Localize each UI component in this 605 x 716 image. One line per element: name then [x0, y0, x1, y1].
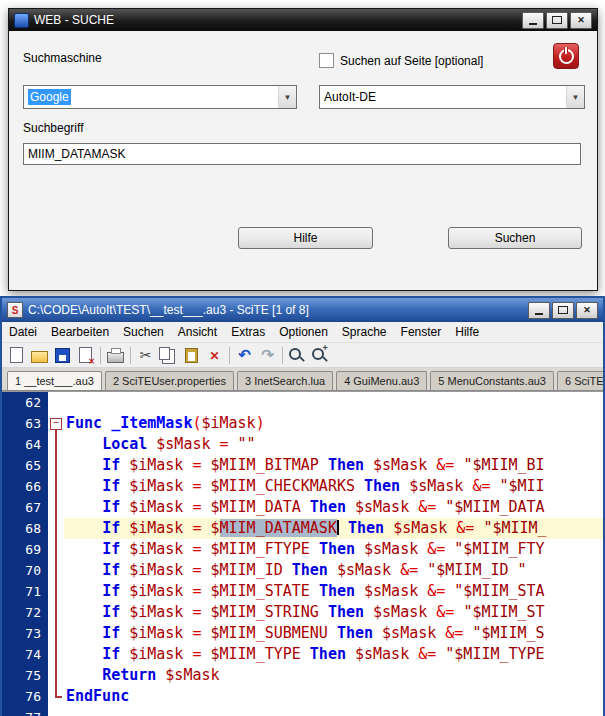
scite-window: S C:\CODE\AutoIt\TEST\__test___.au3 - Sc…	[0, 296, 605, 716]
code-text: If $iMask = $MIIM_SUBMENU Then $sMask &=…	[64, 623, 603, 644]
tab-4[interactable]: 4 GuiMenu.au3	[336, 371, 427, 390]
code-line-71[interactable]: 71 If $iMask = $MIIM_STATE Then $sMask &…	[2, 581, 603, 602]
toolbar-print-button[interactable]	[104, 344, 127, 366]
code-line-69[interactable]: 69 If $iMask = $MIIM_FTYPE Then $sMask &…	[2, 539, 603, 560]
menu-ansicht[interactable]: Ansicht	[171, 323, 224, 341]
fold-collapse-icon[interactable]: −	[50, 418, 62, 430]
menu-sprache[interactable]: Sprache	[335, 323, 394, 341]
tab-5[interactable]: 5 MenuConstants.au3	[430, 371, 554, 390]
dialog-titlebar[interactable]: WEB - SUCHE	[9, 9, 597, 31]
tab-3[interactable]: 3 InetSearch.lua	[237, 371, 333, 390]
code-line-67[interactable]: 67 If $iMask = $MIIM_DATA Then $sMask &=…	[2, 497, 603, 518]
checkbox[interactable]	[319, 53, 334, 68]
exit-button[interactable]	[553, 43, 579, 69]
editor[interactable]: 6263−Func _ItemMask($iMask)64 Local $sMa…	[2, 391, 603, 716]
delete-icon	[209, 346, 219, 364]
fold-margin	[48, 434, 64, 455]
code-line-65[interactable]: 65 If $iMask = $MIIM_BITMAP Then $sMask …	[2, 455, 603, 476]
scite-title: C:\CODE\AutoIt\TEST\__test___.au3 - SciT…	[28, 303, 309, 317]
line-number: 66	[2, 476, 48, 497]
code-line-70[interactable]: 70 If $iMask = $MIIM_ID Then $sMask &= "…	[2, 560, 603, 581]
site-combo[interactable]: AutoIt-DE ▼	[319, 85, 585, 109]
close-button[interactable]	[576, 302, 598, 319]
code-text	[64, 707, 603, 716]
close-button[interactable]	[570, 12, 592, 29]
line-number: 67	[2, 497, 48, 518]
toolbar-undo-button[interactable]	[233, 344, 256, 366]
menu-bearbeiten[interactable]: Bearbeiten	[44, 323, 116, 341]
fold-margin	[48, 497, 64, 518]
menu-fenster[interactable]: Fenster	[394, 323, 449, 341]
code-text: If $iMask = $MIIM_ID Then $sMask &= "$MI…	[64, 560, 603, 581]
code-line-76[interactable]: 76EndFunc	[2, 686, 603, 707]
code-text: If $iMask = $MIIM_STATE Then $sMask &= "…	[64, 581, 603, 602]
fold-margin	[48, 686, 64, 707]
menu-suchen[interactable]: Suchen	[116, 323, 171, 341]
toolbar-delete-button[interactable]	[203, 344, 226, 366]
checkbox-label: Suchen auf Seite [optional]	[340, 54, 483, 68]
code-text: If $iMask = $MIIM_DATA Then $sMask &= "$…	[64, 497, 603, 518]
code-line-74[interactable]: 74 If $iMask = $MIIM_TYPE Then $sMask &=…	[2, 644, 603, 665]
tab-2[interactable]: 2 SciTEUser.properties	[105, 371, 234, 390]
fold-toggle-icon[interactable]: −	[48, 413, 64, 434]
code-text: If $iMask = $MIIM_CHECKMARKS Then $sMask…	[64, 476, 603, 497]
term-label: Suchbegriff	[23, 121, 84, 135]
toolbar-redo-button[interactable]	[256, 344, 279, 366]
toolbar-cut-button[interactable]	[134, 344, 157, 366]
code-line-77[interactable]: 77	[2, 707, 603, 716]
code-line-66[interactable]: 66 If $iMask = $MIIM_CHECKMARKS Then $sM…	[2, 476, 603, 497]
toolbar-find-button[interactable]	[286, 344, 309, 366]
toolbar-separator	[282, 347, 283, 364]
toolbar-close-button[interactable]	[74, 344, 97, 366]
chevron-down-icon[interactable]: ▼	[566, 86, 584, 108]
line-number: 74	[2, 644, 48, 665]
line-number: 63	[2, 413, 48, 434]
code-line-73[interactable]: 73 If $iMask = $MIIM_SUBMENU Then $sMask…	[2, 623, 603, 644]
code-line-63[interactable]: 63−Func _ItemMask($iMask)	[2, 413, 603, 434]
maximize-button[interactable]	[552, 302, 574, 319]
toolbar-new-button[interactable]	[5, 344, 28, 366]
search-term-input[interactable]	[23, 143, 581, 165]
toolbar-paste-button[interactable]	[180, 344, 203, 366]
copy-icon	[159, 347, 170, 360]
code-line-75[interactable]: 75 Return $sMask	[2, 665, 603, 686]
code-line-62[interactable]: 62	[2, 392, 603, 413]
code-text: Local $sMask = ""	[64, 434, 603, 455]
tab-1[interactable]: 1 __test___.au3	[7, 371, 102, 391]
line-number: 72	[2, 602, 48, 623]
toolbar-separator	[100, 347, 101, 364]
new-icon	[10, 347, 23, 363]
engine-combo[interactable]: Google ▼	[23, 85, 297, 109]
site-combo-value: AutoIt-DE	[320, 88, 566, 106]
scite-titlebar[interactable]: S C:\CODE\AutoIt\TEST\__test___.au3 - Sc…	[2, 298, 603, 322]
dialog-app-icon	[14, 13, 29, 28]
toolbar-find-next-button[interactable]	[309, 344, 332, 366]
chevron-down-icon[interactable]: ▼	[278, 86, 296, 108]
toolbar-open-button[interactable]	[28, 344, 51, 366]
cut-icon	[140, 346, 152, 364]
code-line-68[interactable]: 68 If $iMask = $MIIM_DATAMASK Then $sMas…	[2, 518, 603, 539]
tab-6[interactable]: 6 SciTE_Int	[557, 371, 603, 390]
toolbar	[2, 343, 603, 368]
menu-optionen[interactable]: Optionen	[272, 323, 335, 341]
minimize-button[interactable]	[528, 302, 550, 319]
code-text: If $iMask = $MIIM_BITMAP Then $sMask &= …	[64, 455, 603, 476]
code-line-72[interactable]: 72 If $iMask = $MIIM_STRING Then $sMask …	[2, 602, 603, 623]
search-on-page-option[interactable]: Suchen auf Seite [optional]	[319, 53, 483, 68]
toolbar-save-button[interactable]	[51, 344, 74, 366]
maximize-button[interactable]	[546, 12, 568, 29]
line-number: 77	[2, 707, 48, 716]
desktop: WEB - SUCHE Suchmaschine Suchen auf Seit…	[0, 0, 605, 716]
menu-datei[interactable]: Datei	[2, 323, 44, 341]
toolbar-copy-button[interactable]	[157, 344, 180, 366]
code-text: Return $sMask	[64, 665, 603, 686]
search-button[interactable]: Suchen	[448, 227, 582, 249]
scite-app-icon: S	[7, 302, 23, 318]
minimize-button[interactable]	[522, 12, 544, 29]
menu-hilfe[interactable]: Hilfe	[448, 323, 486, 341]
code-line-64[interactable]: 64 Local $sMask = ""	[2, 434, 603, 455]
line-number: 71	[2, 581, 48, 602]
help-button[interactable]: Hilfe	[238, 227, 373, 249]
menu-extras[interactable]: Extras	[224, 323, 272, 341]
line-number: 76	[2, 686, 48, 707]
